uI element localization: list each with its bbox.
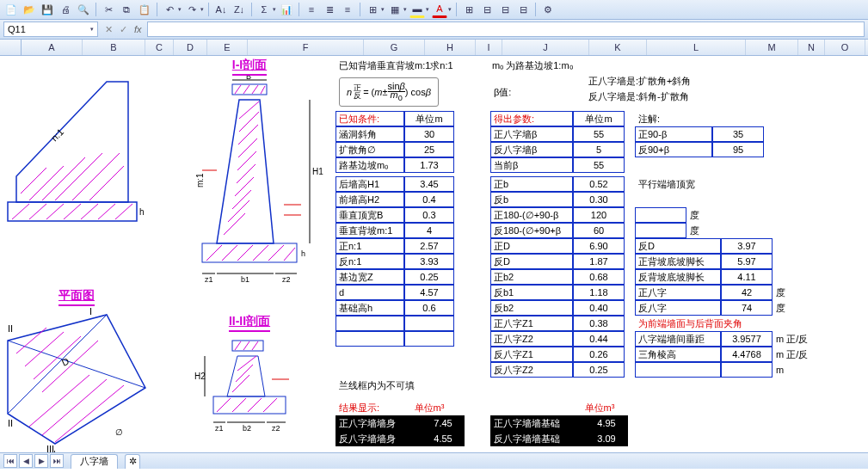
derived-value[interactable]: 0.52 [573,176,625,192]
ann-value[interactable]: 3.97 [721,238,773,254]
col-header[interactable]: A [22,40,83,55]
derived-value[interactable]: 120 [573,207,625,223]
insert-rows-icon[interactable]: ⊞ [461,2,477,17]
derived-value[interactable]: 0.38 [573,316,625,331]
ann-label[interactable]: 八字端墙间垂距 [635,331,721,347]
formula-input[interactable] [147,22,865,37]
derived-value[interactable]: 60 [573,223,625,238]
derived-label[interactable]: 当前β [490,157,573,173]
undo-icon[interactable]: ↶ [162,2,177,17]
format-icon[interactable]: ⚙ [540,2,556,17]
col-header[interactable]: H [425,40,476,55]
col-header[interactable]: M [746,40,798,55]
derived-label[interactable]: 正八字墙β [490,126,573,142]
known-label[interactable]: 反n:1 [336,254,404,269]
col-header[interactable]: J [502,40,589,55]
derived-value[interactable]: 0.44 [573,331,625,347]
name-box[interactable]: Q11 ▾ [3,22,98,37]
ann-label[interactable]: 正背坡底坡脚长 [635,254,721,269]
col-header[interactable]: B [83,40,145,55]
ann-value[interactable]: 3.9577 [721,331,773,347]
known-label[interactable]: 后墙高H1 [336,176,404,192]
tab-nav-first-icon[interactable]: ⏮ [3,454,17,468]
col-header[interactable]: C [145,40,174,55]
ann-label[interactable]: 反D [635,238,721,254]
result-label[interactable]: 正八字墙墙身 [336,415,422,431]
ann-label[interactable] [635,362,721,378]
redo-icon[interactable]: ↷ [184,2,200,17]
known-label[interactable]: 正n:1 [336,238,404,254]
known-value[interactable]: 2.57 [404,238,454,254]
new-icon[interactable]: 📄 [3,2,19,17]
fx-icon[interactable]: fx [134,24,142,34]
empty-cell[interactable] [404,316,454,331]
known-value[interactable]: 0.25 [404,269,454,285]
col-header[interactable]: D [174,40,207,55]
known-label[interactable]: d [336,285,404,300]
ann-value[interactable]: 4.11 [721,269,773,285]
result-label[interactable]: 反八字墙墙身 [336,431,422,446]
sort-asc-icon[interactable]: A↓ [213,2,229,17]
known-label[interactable]: 基础高h [336,300,404,316]
cut-icon[interactable]: ✂ [101,2,116,17]
derived-label[interactable]: 反b1 [490,285,573,300]
delete-cols-icon[interactable]: ⊟ [515,2,531,17]
merge-icon[interactable]: ⊞ [365,2,380,17]
known-label[interactable]: 垂直顶宽B [336,207,404,223]
derived-label[interactable]: 正D [490,238,573,254]
known-label[interactable]: 路基边坡m₀ [336,157,404,173]
derived-label[interactable]: 反b [490,192,573,207]
known-value[interactable]: 0.3 [404,207,454,223]
autosum-icon[interactable]: Σ [256,2,272,17]
col-header[interactable]: N [798,40,825,55]
paste-icon[interactable]: 📋 [137,2,152,17]
col-header[interactable]: E [207,40,248,55]
sort-desc-icon[interactable]: Z↓ [231,2,247,17]
tab-nav-last-icon[interactable]: ⏭ [50,454,64,468]
col-header[interactable]: I [476,40,502,55]
ann-value[interactable]: 42 [721,285,773,300]
namebox-caret-icon[interactable]: ▾ [90,26,94,33]
known-value[interactable]: 30 [404,126,454,142]
known-value[interactable]: 4.57 [404,285,454,300]
delete-rows-icon[interactable]: ⊟ [497,2,513,17]
fill-color-icon[interactable]: ▬ [409,1,425,18]
known-value[interactable]: 0.6 [404,300,454,316]
col-header[interactable]: O [825,40,865,55]
ann-label[interactable]: 反背坡底坡脚长 [635,269,721,285]
print-icon[interactable]: 🖨 [58,2,73,17]
result-label[interactable]: 反八字墙墙基础 [490,431,585,446]
col-header[interactable]: F [248,40,364,55]
empty-cell[interactable] [336,331,404,347]
derived-value[interactable]: 1.87 [573,254,625,269]
known-value[interactable]: 3.93 [404,254,454,269]
known-value[interactable]: 25 [404,142,454,157]
copy-icon[interactable]: ⧉ [119,2,134,17]
insert-cols-icon[interactable]: ⊟ [479,2,495,17]
derived-label[interactable]: 反八字Z1 [490,347,573,362]
derived-value[interactable]: 0.25 [573,362,625,378]
known-label[interactable]: 前墙高H2 [336,192,404,207]
tab-nav-next-icon[interactable]: ▶ [34,454,48,468]
derived-value[interactable]: 0.40 [573,300,625,316]
align-center-icon[interactable]: ≣ [322,2,337,17]
ann-label[interactable]: 反八字 [635,300,721,316]
ann-value[interactable]: 95 [712,142,764,157]
derived-label[interactable]: 反180-(∅+90+β [490,223,573,238]
result-label[interactable]: 正八字墙墙基础 [490,415,585,431]
known-value[interactable]: 0.4 [404,192,454,207]
derived-label[interactable]: 正b2 [490,269,573,285]
empty-cell[interactable] [336,316,404,331]
preview-icon[interactable]: 🔍 [76,2,91,17]
ann-value[interactable]: 35 [712,126,764,142]
ann-value[interactable] [721,362,773,378]
known-label[interactable]: 基边宽Z [336,269,404,285]
derived-value[interactable]: 0.68 [573,269,625,285]
derived-label[interactable]: 反b2 [490,300,573,316]
known-label[interactable]: 涵洞斜角 [336,126,404,142]
ann-label[interactable]: 反90+β [635,142,712,157]
derived-label[interactable]: 反八字墙β [490,142,573,157]
col-header[interactable]: K [589,40,647,55]
new-sheet-icon[interactable]: ✲ [125,454,140,469]
col-header[interactable]: L [647,40,746,55]
